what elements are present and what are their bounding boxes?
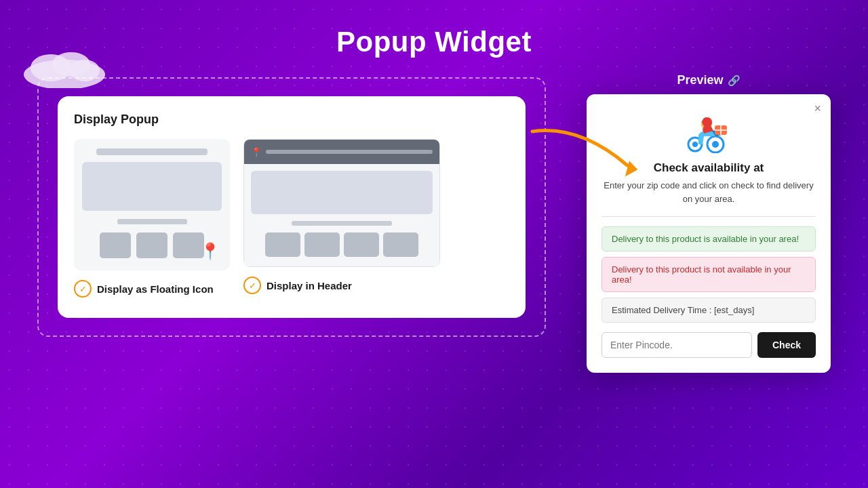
mock-thumb-2	[136, 232, 167, 258]
header-thumb-2	[304, 232, 340, 257]
modal-close-button[interactable]: ×	[814, 102, 821, 115]
popup-options: 📍 ✓ Display as Floating Icon 📍	[74, 139, 509, 298]
header-option: 📍	[243, 139, 440, 294]
floating-icon-option: 📍 ✓ Display as Floating Icon	[74, 139, 230, 298]
header-mock-bar: 📍	[244, 140, 439, 164]
header-label: Display in Header	[267, 280, 352, 291]
check-button[interactable]: Check	[757, 332, 816, 358]
header-thumb-3	[344, 232, 379, 257]
svg-point-12	[692, 142, 698, 147]
modal-description: Enter your zip code and click on check t…	[601, 179, 816, 205]
header-thumb-1	[265, 232, 300, 257]
header-thumb-4	[383, 232, 418, 257]
left-panel: Display Popup 📍	[37, 77, 546, 337]
right-section: Preview 🔗 ×	[587, 73, 831, 373]
header-mockup: 📍	[243, 139, 440, 267]
main-area: Display Popup 📍	[0, 77, 868, 373]
floating-icon-label: Display as Floating Icon	[97, 283, 214, 295]
popup-modal: ×	[587, 94, 831, 373]
header-thumbs	[251, 232, 433, 257]
pincode-input-row: Check	[601, 332, 816, 358]
header-mock-line	[266, 150, 433, 154]
header-img	[251, 171, 433, 214]
external-link-icon: 🔗	[728, 75, 741, 87]
mock-img-1	[82, 162, 222, 211]
floating-check-icon: ✓	[74, 280, 92, 298]
header-label-row: ✓ Display in Header	[243, 277, 440, 294]
delivery-illustration	[601, 109, 816, 153]
scooter-svg	[678, 109, 739, 153]
mock-bar-1	[96, 148, 208, 155]
header-check-icon: ✓	[243, 277, 261, 294]
floating-icon-label-row: ✓ Display as Floating Icon	[74, 280, 230, 298]
header-bar	[292, 221, 391, 226]
status-available-message: Delivery to this product is available in…	[601, 226, 816, 251]
pin-icon: 📍	[200, 242, 220, 261]
modal-divider	[601, 216, 816, 217]
display-popup-card: Display Popup 📍	[58, 96, 526, 318]
preview-text: Preview	[677, 73, 723, 87]
preview-label-row: Preview 🔗	[677, 73, 740, 87]
mock-thumb-1	[100, 232, 131, 258]
header-pin-icon: 📍	[251, 147, 262, 157]
page-title: Popup Widget	[0, 0, 868, 58]
modal-title: Check availability at	[601, 161, 816, 175]
svg-point-10	[712, 141, 719, 148]
floating-icon-mockup: 📍	[74, 139, 230, 270]
header-mock-body	[244, 164, 439, 266]
mock-bar-2	[117, 219, 187, 224]
status-estimate-message: Estimated Delivery Time : [est_days]	[601, 298, 816, 323]
display-popup-title: Display Popup	[74, 113, 509, 127]
status-unavailable-message: Delivery to this product is not availabl…	[601, 257, 816, 292]
pincode-input[interactable]	[601, 332, 752, 358]
